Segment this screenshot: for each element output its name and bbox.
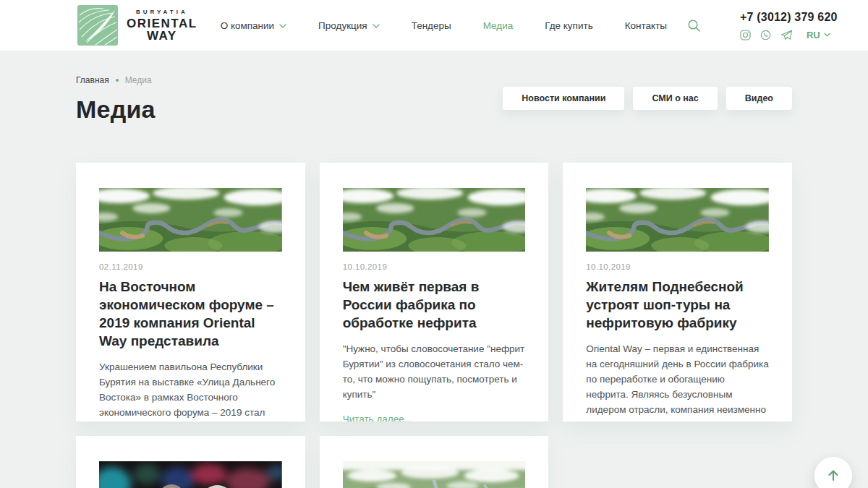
nav-item-about[interactable]: О компании <box>221 20 286 31</box>
title-row: Медиа Новости компанииСМИ о насВидео <box>76 87 792 124</box>
search-button[interactable] <box>687 19 701 33</box>
article-excerpt: Oriental Way – первая и единственная на … <box>586 341 769 421</box>
news-card[interactable]: 10.10.2019 Жителям Поднебесной устроят ш… <box>563 163 792 421</box>
language-selector[interactable]: RU <box>807 30 830 40</box>
news-card[interactable] <box>320 436 549 488</box>
chevron-down-icon <box>824 33 830 37</box>
articles-grid: 02.11.2019 На Восточном экономическом фо… <box>76 163 792 488</box>
breadcrumb: Главная Медиа <box>76 75 792 85</box>
chevron-down-icon <box>373 24 380 28</box>
page-title: Медиа <box>76 95 156 124</box>
filter-label: СМИ о нас <box>652 93 698 103</box>
jade-logo-icon <box>77 5 118 46</box>
arrow-up-icon <box>826 468 841 483</box>
article-excerpt: "Нужно, чтобы словосочетание "нефрит Бур… <box>343 341 526 402</box>
nav-item-where-to-buy[interactable]: Где купить <box>545 20 592 31</box>
nav-item-contacts[interactable]: Контакты <box>625 20 667 31</box>
brand-name-2: WAY <box>127 30 197 42</box>
article-excerpt: Украшением павильона Республики Бурятия … <box>99 359 282 421</box>
article-date: 02.11.2019 <box>99 262 282 271</box>
article-title[interactable]: Чем живёт первая в России фабрика по обр… <box>343 278 526 332</box>
article-thumbnail[interactable] <box>586 188 769 252</box>
news-card[interactable] <box>76 436 305 488</box>
nav-item-label: Тендеры <box>412 20 451 31</box>
filter-label: Новости компании <box>522 93 605 103</box>
article-thumbnail[interactable] <box>343 188 526 252</box>
brand-region: BURYATIA <box>127 9 197 15</box>
nav-item-label: Продукция <box>318 20 367 31</box>
instagram-icon[interactable] <box>740 30 751 40</box>
nav-item-label: Где купить <box>545 20 592 31</box>
filter-video[interactable]: Видео <box>726 87 792 110</box>
nav-item-media[interactable]: Медиа <box>483 20 514 31</box>
contact-block: +7 (3012) 379 620 <box>740 11 838 40</box>
whatsapp-icon[interactable] <box>760 30 771 40</box>
article-thumbnail[interactable] <box>343 461 526 488</box>
article-title[interactable]: На Восточном экономическом форуме – 2019… <box>99 278 282 350</box>
language-code: RU <box>807 30 820 40</box>
nav-item-label: Медиа <box>483 20 514 31</box>
social-row: RU <box>740 30 838 40</box>
logo-wordmark: BURYATIA ORIENTAL WAY <box>127 9 197 42</box>
phone-number[interactable]: +7 (3012) 379 620 <box>740 11 838 24</box>
article-thumbnail[interactable] <box>99 188 282 252</box>
main-nav: О компании Продукция Тендеры Медиа Где к… <box>221 20 667 31</box>
breadcrumb-home[interactable]: Главная <box>76 75 109 85</box>
site-header: BURYATIA ORIENTAL WAY О компании Продукц… <box>0 0 868 51</box>
news-card[interactable]: 10.10.2019 Чем живёт первая в России фаб… <box>320 163 549 421</box>
telegram-icon[interactable] <box>780 30 793 40</box>
search-icon <box>687 19 701 33</box>
filter-label: Видео <box>745 93 773 103</box>
filter-company-news[interactable]: Новости компании <box>503 87 624 110</box>
filter-press[interactable]: СМИ о нас <box>633 87 717 110</box>
nav-item-label: О компании <box>221 20 274 31</box>
article-date: 10.10.2019 <box>586 262 769 271</box>
breadcrumb-separator-dot <box>116 79 119 82</box>
read-more-link[interactable]: Читать далее... <box>343 414 412 421</box>
nav-item-tenders[interactable]: Тендеры <box>412 20 451 31</box>
article-title[interactable]: Жителям Поднебесной устроят шоп-туры на … <box>586 278 769 332</box>
brand-name: ORIENTAL <box>127 17 197 30</box>
nav-item-label: Контакты <box>625 20 667 31</box>
nav-item-products[interactable]: Продукция <box>318 20 380 31</box>
article-thumbnail[interactable] <box>99 461 282 488</box>
scroll-to-top-button[interactable] <box>814 457 852 488</box>
breadcrumb-current: Медиа <box>125 75 152 85</box>
chevron-down-icon <box>279 24 286 28</box>
company-logo[interactable]: BURYATIA ORIENTAL WAY <box>77 5 197 46</box>
news-card[interactable]: 02.11.2019 На Восточном экономическом фо… <box>76 163 305 421</box>
main-content: Главная Медиа Медиа Новости компанииСМИ … <box>0 75 868 488</box>
article-date: 10.10.2019 <box>343 262 526 271</box>
media-filters: Новости компанииСМИ о насВидео <box>503 87 792 110</box>
